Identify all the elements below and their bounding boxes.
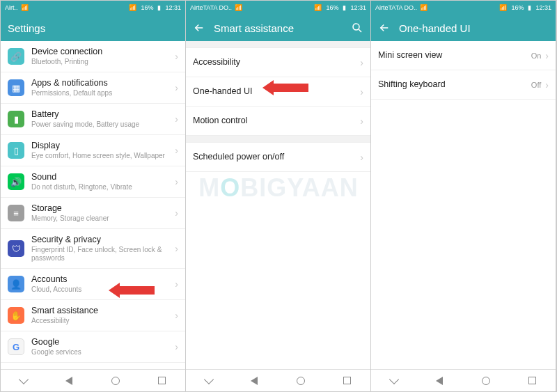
nav-home[interactable] xyxy=(111,377,120,385)
row-title: Google xyxy=(31,337,171,347)
row-one-handed-ui[interactable]: One-handed UI › xyxy=(186,77,370,107)
battery-pct: 16% xyxy=(326,4,338,11)
row-title: Mini screen view xyxy=(378,50,527,61)
nav-bar xyxy=(1,369,185,391)
row-battery[interactable]: ▮ BatteryPower saving mode, Battery usag… xyxy=(1,104,185,135)
row-smart-assistance[interactable]: ✋ Smart assistanceAccessibility › xyxy=(1,300,185,331)
row-sub: Google services xyxy=(31,348,171,356)
row-shifting-keyboard[interactable]: Shifting keyboard Off › xyxy=(371,70,556,100)
back-button[interactable] xyxy=(378,22,391,34)
row-accessibility[interactable]: Accessibility › xyxy=(186,48,370,77)
chevron-right-icon: › xyxy=(175,145,178,156)
battery-icon: ▮ xyxy=(343,4,346,11)
chevron-right-icon: › xyxy=(175,243,178,254)
nav-back[interactable] xyxy=(436,377,443,385)
signal-icon: 📶 xyxy=(420,4,427,11)
nav-back[interactable] xyxy=(65,377,72,385)
section-gap xyxy=(186,136,370,143)
row-title: Storage xyxy=(31,203,171,214)
clock: 12:31 xyxy=(350,4,366,11)
chevron-right-icon: › xyxy=(175,310,178,321)
row-title: Smart assistance xyxy=(31,306,171,316)
nav-recent[interactable] xyxy=(158,377,166,384)
nav-bar xyxy=(186,369,370,391)
page-title: Settings xyxy=(8,22,178,34)
row-display[interactable]: ▯ DisplayEye comfort, Home screen style,… xyxy=(1,135,185,166)
status-bar: AirteTATA DO..📶 📶16%▮12:31 xyxy=(371,1,556,15)
wifi-icon: 📶 xyxy=(129,4,136,11)
shield-icon: 🛡 xyxy=(8,240,24,257)
wifi-icon: 📶 xyxy=(499,4,507,11)
panel-smart-assistance: AirteTATA DO..📶 📶16%▮12:31 Smart assista… xyxy=(186,1,371,391)
appbar-one-handed: One-handed UI xyxy=(371,15,556,41)
row-mini-screen[interactable]: Mini screen view On › xyxy=(371,41,556,70)
nav-recent[interactable] xyxy=(343,377,351,384)
nav-dropdown[interactable] xyxy=(391,376,398,385)
row-sound[interactable]: 🔊 SoundDo not disturb, Ringtone, Vibrate… xyxy=(1,166,185,198)
one-handed-list[interactable]: Mini screen view On › Shifting keyboard … xyxy=(371,41,556,369)
row-value: On xyxy=(531,52,542,60)
chevron-right-icon: › xyxy=(175,207,178,219)
row-title: Sound xyxy=(31,172,171,182)
row-sub: Power saving mode, Battery usage xyxy=(31,120,171,129)
chevron-right-icon: › xyxy=(360,116,363,127)
row-sub: Fingerprint ID, Face unlock, Screen lock… xyxy=(31,246,171,262)
row-device-connection[interactable]: 🔗 Device connectionBluetooth, Printing › xyxy=(1,41,185,72)
chevron-right-icon: › xyxy=(175,82,178,93)
appbar-smart-assistance: Smart assistance xyxy=(186,15,370,41)
row-system[interactable]: ⓘ SystemSystem navigation, System update… xyxy=(1,363,185,369)
page-title: Smart assistance xyxy=(214,22,345,34)
row-storage[interactable]: ≡ StorageMemory, Storage cleaner › xyxy=(1,198,185,229)
chevron-right-icon: › xyxy=(175,113,178,125)
nav-home[interactable] xyxy=(482,377,490,385)
sound-icon: 🔊 xyxy=(8,173,24,190)
chevron-right-icon: › xyxy=(175,279,178,290)
row-scheduled-power[interactable]: Scheduled power on/off › xyxy=(186,143,370,172)
row-sub: Permissions, Default apps xyxy=(31,89,171,97)
row-title: Battery xyxy=(31,109,171,120)
hand-icon: ✋ xyxy=(8,307,24,324)
chevron-right-icon: › xyxy=(175,51,178,62)
row-google[interactable]: G GoogleGoogle services › xyxy=(1,331,185,363)
settings-list[interactable]: 🔗 Device connectionBluetooth, Printing ›… xyxy=(1,41,185,369)
row-title: Security & privacy xyxy=(31,235,171,245)
row-accounts[interactable]: 👤 AccountsCloud, Accounts › xyxy=(1,269,185,300)
clock: 12:31 xyxy=(165,4,181,11)
row-title: Motion control xyxy=(193,116,356,126)
row-motion-control[interactable]: Motion control › xyxy=(186,107,370,136)
row-value: Off xyxy=(531,81,541,89)
battery-pct: 16% xyxy=(141,4,153,11)
row-title: Shifting keyboard xyxy=(378,79,527,90)
person-icon: 👤 xyxy=(8,276,24,292)
battery-pct: 16% xyxy=(511,4,524,11)
row-sub: Cloud, Accounts xyxy=(31,285,171,294)
search-button[interactable] xyxy=(351,22,363,34)
row-security[interactable]: 🛡 Security & privacyFingerprint ID, Face… xyxy=(1,229,185,269)
panel-settings: Airt..📶 📶16%▮12:31 Settings 🔗 Device con… xyxy=(1,1,186,391)
battery-icon: ▮ xyxy=(528,4,531,11)
chevron-right-icon: › xyxy=(175,341,178,352)
nav-back[interactable] xyxy=(251,377,258,385)
back-button[interactable] xyxy=(193,22,205,34)
chevron-right-icon: › xyxy=(175,176,178,187)
row-apps-notifications[interactable]: ▦ Apps & notificationsPermissions, Defau… xyxy=(1,72,185,104)
storage-icon: ≡ xyxy=(8,205,24,221)
row-title: Accessibility xyxy=(193,57,356,68)
nav-recent[interactable] xyxy=(528,377,536,384)
row-sub: Accessibility xyxy=(31,317,171,325)
clock: 12:31 xyxy=(535,4,551,11)
smart-assistance-list[interactable]: Accessibility › One-handed UI › Motion c… xyxy=(186,41,370,369)
nav-dropdown[interactable] xyxy=(205,376,212,385)
status-bar: Airt..📶 📶16%▮12:31 xyxy=(1,1,185,15)
nav-home[interactable] xyxy=(297,377,305,385)
nav-dropdown[interactable] xyxy=(20,376,27,385)
carrier-label: AirteTATA DO.. xyxy=(375,4,417,11)
display-icon: ▯ xyxy=(8,142,24,159)
appbar-settings: Settings xyxy=(1,15,185,41)
google-icon: G xyxy=(8,338,24,355)
status-bar: AirteTATA DO..📶 📶16%▮12:31 xyxy=(186,1,370,15)
chevron-right-icon: › xyxy=(545,79,549,91)
row-title: One-handed UI xyxy=(193,86,356,97)
row-title: Accounts xyxy=(31,274,171,285)
svg-point-0 xyxy=(353,24,359,30)
